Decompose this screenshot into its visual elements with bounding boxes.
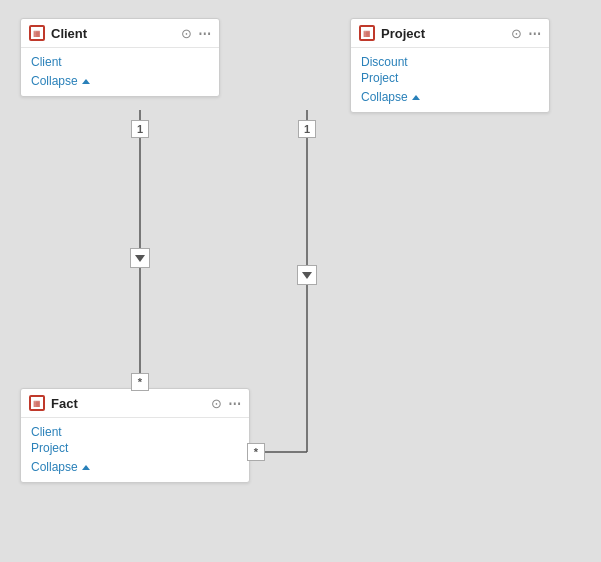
project-card-body: Discount Project Collapse <box>351 48 549 112</box>
project-chevron-up-icon <box>412 95 420 100</box>
badge-fact-star: * <box>131 373 149 391</box>
client-card: ▦ Client ⊙ ⋯ Client Collapse <box>20 18 220 97</box>
client-card-header: ▦ Client ⊙ ⋯ <box>21 19 219 48</box>
client-chevron-up-icon <box>82 79 90 84</box>
project-card: ▦ Project ⊙ ⋯ Discount Project Collapse <box>350 18 550 113</box>
arrow-down-right <box>297 265 317 285</box>
client-card-body: Client Collapse <box>21 48 219 96</box>
badge-project-one: 1 <box>298 120 316 138</box>
project-field-project: Project <box>361 70 539 86</box>
fact-field-client: Client <box>31 424 239 440</box>
fact-more-icon[interactable]: ⋯ <box>228 396 241 411</box>
badge-client-one: 1 <box>131 120 149 138</box>
project-field-discount: Discount <box>361 54 539 70</box>
project-card-header: ▦ Project ⊙ ⋯ <box>351 19 549 48</box>
client-more-icon[interactable]: ⋯ <box>198 26 211 41</box>
fact-table-icon: ▦ <box>29 395 45 411</box>
client-collapse-button[interactable]: Collapse <box>31 74 209 88</box>
fact-field-project: Project <box>31 440 239 456</box>
fact-chevron-up-icon <box>82 465 90 470</box>
client-card-title: Client <box>51 26 175 41</box>
badge-fact-project-star: * <box>247 443 265 461</box>
fact-card-header: ▦ Fact ⊙ ⋯ <box>21 389 249 418</box>
client-field-client: Client <box>31 54 209 70</box>
fact-collapse-button[interactable]: Collapse <box>31 460 239 474</box>
diagram-canvas: ▦ Client ⊙ ⋯ Client Collapse ▦ Project ⊙… <box>0 0 601 562</box>
project-table-icon: ▦ <box>359 25 375 41</box>
project-card-title: Project <box>381 26 505 41</box>
arrow-down-left <box>130 248 150 268</box>
svg-marker-3 <box>135 255 145 262</box>
fact-card-title: Fact <box>51 396 205 411</box>
client-table-icon: ▦ <box>29 25 45 41</box>
project-more-icon[interactable]: ⋯ <box>528 26 541 41</box>
client-eye-icon[interactable]: ⊙ <box>181 26 192 41</box>
fact-card-body: Client Project Collapse <box>21 418 249 482</box>
svg-marker-4 <box>302 272 312 279</box>
fact-eye-icon[interactable]: ⊙ <box>211 396 222 411</box>
fact-card: ▦ Fact ⊙ ⋯ Client Project Collapse <box>20 388 250 483</box>
project-collapse-button[interactable]: Collapse <box>361 90 539 104</box>
project-eye-icon[interactable]: ⊙ <box>511 26 522 41</box>
